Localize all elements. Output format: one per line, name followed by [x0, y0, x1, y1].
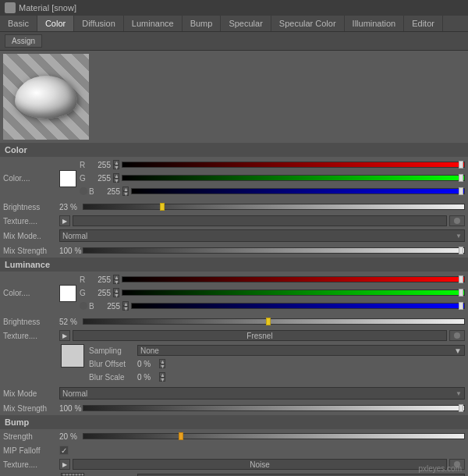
- red-handle: [459, 161, 463, 169]
- mix-mode-label: Mix Mode..: [3, 232, 59, 240]
- lum-brightness-slider[interactable]: [83, 318, 465, 325]
- bump-texture-arrow[interactable]: ▶: [59, 459, 70, 470]
- lum-tex-settings: Sampling None ▼ Blur Offset 0 % ▲▼ Blur …: [89, 344, 465, 384]
- lum-mix-mode-arrow: ▼: [456, 390, 462, 397]
- tab-bar: Basic Color Diffusion Luminance Bump Spe…: [0, 16, 468, 32]
- color-mix-strength-row: Mix Strength 100 %: [0, 243, 468, 258]
- lum-mix-mode-row: Mix Mode Normal ▼: [0, 385, 468, 401]
- texture-toggle[interactable]: [449, 215, 465, 226]
- mix-strength-value: 100 %: [59, 247, 83, 255]
- bump-texture-row: Texture.... ▶ Noise: [0, 457, 468, 471]
- brightness-handle: [160, 203, 165, 211]
- lum-blur-offset-value: 0 %: [137, 360, 159, 368]
- lum-blur-scale-spinner[interactable]: ▲▼: [159, 372, 165, 382]
- checkmark: ✓: [61, 446, 67, 455]
- brightness-label: Brightness: [3, 203, 59, 211]
- bump-texture-label: Texture....: [3, 460, 59, 469]
- green-spinner[interactable]: ▲▼: [113, 173, 119, 183]
- lum-sampling-dropdown[interactable]: None ▼: [137, 345, 465, 356]
- lum-blur-offset-row: Blur Offset 0 % ▲▼: [89, 357, 465, 370]
- texture-bar[interactable]: [73, 215, 447, 226]
- tab-diffusion[interactable]: Diffusion: [74, 16, 124, 31]
- lum-brightness-value: 52 %: [59, 318, 83, 326]
- assign-bar: Assign: [0, 32, 468, 51]
- lum-mix-strength-handle: [459, 404, 463, 412]
- red-label: R: [80, 161, 89, 169]
- red-slider[interactable]: [122, 162, 465, 168]
- lum-red-slider[interactable]: [122, 276, 465, 282]
- red-value: 255: [89, 161, 111, 169]
- tab-basic[interactable]: Basic: [0, 16, 37, 31]
- lum-mix-mode-label: Mix Mode: [3, 389, 59, 398]
- lum-texture-arrow[interactable]: ▶: [59, 330, 70, 341]
- green-handle: [459, 174, 463, 182]
- luminance-section-header: Luminance: [0, 258, 468, 272]
- color-texture-row: Texture.... ▶: [0, 214, 468, 228]
- lum-blue-value: 255: [98, 302, 120, 311]
- tab-color[interactable]: Color: [37, 16, 74, 31]
- rgb-group: R 255 ▲▼ G 255 ▲▼: [80, 158, 465, 198]
- mix-strength-slider[interactable]: [83, 247, 465, 254]
- tab-bump[interactable]: Bump: [183, 16, 222, 31]
- lum-green-handle: [459, 289, 463, 297]
- color-mix-mode-row: Mix Mode.. Normal ▼: [0, 228, 468, 243]
- bump-strength-value: 20 %: [59, 432, 83, 441]
- lum-mix-mode-dropdown[interactable]: Normal ▼: [59, 387, 465, 400]
- lum-brightness-row: Brightness 52 %: [0, 314, 468, 329]
- lum-red-row: R 255 ▲▼: [80, 273, 465, 286]
- noise-bar[interactable]: Noise: [73, 459, 447, 470]
- lum-tex-preview: [61, 344, 84, 368]
- green-slider[interactable]: [122, 175, 465, 181]
- lum-red-value: 255: [89, 275, 111, 284]
- texture-label: Texture....: [3, 217, 59, 226]
- color-swatch[interactable]: [59, 170, 76, 187]
- lum-blur-scale-row: Blur Scale 0 % ▲▼: [89, 371, 465, 383]
- lum-blue-toggle[interactable]: [80, 302, 87, 310]
- lum-sampling-row: Sampling None ▼: [89, 344, 465, 357]
- blue-handle: [459, 187, 463, 195]
- lum-color-swatch[interactable]: [59, 285, 76, 302]
- toggle-dot: [454, 218, 460, 224]
- fresnel-bar[interactable]: Fresnel: [73, 330, 447, 341]
- mip-falloff-row: MIP Falloff ✓: [0, 443, 468, 457]
- tab-luminance[interactable]: Luminance: [124, 16, 183, 31]
- bump-section-header: Bump: [0, 415, 468, 429]
- lum-blue-spinner[interactable]: ▲▼: [122, 301, 129, 311]
- lum-mix-strength-slider[interactable]: [83, 405, 465, 411]
- lum-texture-label: Texture....: [3, 332, 59, 340]
- lum-blur-offset-spinner[interactable]: ▲▼: [159, 359, 165, 368]
- mip-falloff-checkbox[interactable]: ✓: [59, 446, 69, 455]
- green-value: 255: [89, 174, 111, 183]
- lum-red-spinner[interactable]: ▲▼: [113, 275, 119, 284]
- mix-mode-dropdown[interactable]: Normal ▼: [59, 229, 465, 242]
- blue-spinner[interactable]: ▲▼: [122, 186, 129, 196]
- lum-green-spinner[interactable]: ▲▼: [113, 288, 119, 297]
- lum-mix-strength-value: 100 %: [59, 404, 83, 413]
- bump-tex-preview: [61, 473, 84, 476]
- lum-green-value: 255: [89, 289, 111, 297]
- bump-tex-settings: Sampling None ▼ Blur Offset 0 % ▲▼ Blur …: [89, 473, 465, 476]
- tab-editor[interactable]: Editor: [404, 16, 443, 31]
- brightness-slider[interactable]: [83, 204, 465, 210]
- lum-green-slider[interactable]: [122, 290, 465, 296]
- tab-illumination[interactable]: Illumination: [345, 16, 405, 31]
- bump-sampling-row: Sampling None ▼: [89, 473, 465, 476]
- mip-falloff-label: MIP Falloff: [3, 446, 59, 455]
- lum-red-handle: [459, 275, 463, 283]
- lum-texture-toggle[interactable]: [449, 330, 465, 341]
- blue-slider[interactable]: [131, 188, 465, 194]
- tab-specular-color[interactable]: Specular Color: [271, 16, 345, 31]
- window-title: Material [snow]: [19, 3, 76, 12]
- texture-arrow[interactable]: ▶: [59, 215, 70, 226]
- lum-green-row: G 255 ▲▼: [80, 286, 465, 299]
- mix-mode-arrow: ▼: [456, 233, 462, 240]
- tab-specular[interactable]: Specular: [221, 16, 271, 31]
- bump-strength-slider[interactable]: [83, 433, 465, 439]
- red-spinner[interactable]: ▲▼: [113, 160, 119, 169]
- lum-blue-slider[interactable]: [131, 303, 465, 309]
- lum-toggle-dot: [454, 332, 460, 339]
- blue-toggle[interactable]: [80, 187, 87, 195]
- lum-blur-scale-value: 0 %: [137, 373, 159, 382]
- assign-button[interactable]: Assign: [5, 34, 42, 48]
- color-rgb-row: Color.... R 255 ▲▼ G 255 ▲▼: [0, 157, 468, 200]
